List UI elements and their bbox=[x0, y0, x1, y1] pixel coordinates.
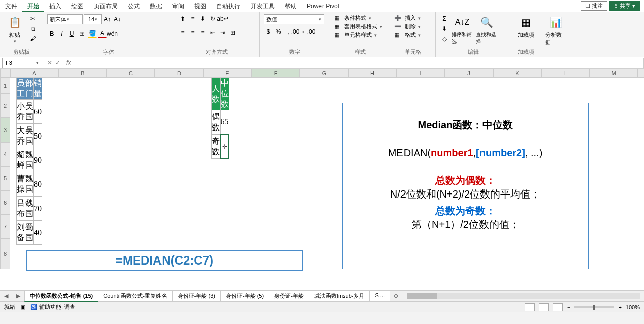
new-sheet-button[interactable]: ⊕ bbox=[390, 293, 403, 299]
zoom-level[interactable]: 100% bbox=[626, 304, 640, 310]
accessibility-icon[interactable]: ♿ bbox=[30, 304, 37, 310]
copy-button[interactable]: ⧉ bbox=[28, 24, 37, 33]
column-header-M[interactable]: M bbox=[590, 69, 638, 78]
delete-cells-button[interactable]: ➖删除▾ bbox=[394, 23, 421, 30]
insert-cells-button[interactable]: ➕插入▾ bbox=[394, 14, 421, 22]
autosum-button[interactable]: Σ bbox=[440, 14, 449, 23]
align-bottom-button[interactable]: ⬇ bbox=[198, 14, 207, 23]
worksheet[interactable]: ABCDEFGHIJKLMN 1 2 3 4 5 6 7 8 员工 部门 销量 … bbox=[0, 69, 644, 290]
align-top-button[interactable]: ⬆ bbox=[178, 14, 187, 23]
macro-record-icon[interactable]: ▣ bbox=[20, 304, 25, 310]
cell-odd-label[interactable]: 奇数 bbox=[212, 135, 221, 159]
column-header-G[interactable]: G bbox=[300, 69, 348, 78]
view-page-break-button[interactable] bbox=[553, 303, 563, 311]
share-button[interactable]: ⇪ 共享 ▾ bbox=[609, 1, 640, 11]
horizontal-scrollbar[interactable] bbox=[407, 293, 640, 299]
formula-bar[interactable] bbox=[74, 58, 644, 68]
sheet-tab[interactable]: Countif函数公式-重复姓名 bbox=[98, 291, 173, 301]
cell-f3-selected[interactable]: ✛ bbox=[220, 135, 229, 159]
addins-button[interactable]: ▦加载项 bbox=[515, 14, 536, 39]
column-header-E[interactable]: E bbox=[203, 69, 252, 78]
table-cell[interactable]: 大乔 bbox=[17, 124, 25, 148]
sheet-nav-prev[interactable]: ◀ bbox=[0, 293, 12, 299]
table-cell[interactable]: 魏国 bbox=[25, 148, 34, 172]
view-normal-button[interactable] bbox=[525, 303, 535, 311]
column-header-H[interactable]: H bbox=[348, 69, 396, 78]
select-all-corner[interactable] bbox=[0, 69, 10, 78]
zoom-slider[interactable] bbox=[574, 306, 614, 308]
sheet-tab[interactable]: 身份证-年龄 bbox=[269, 291, 309, 301]
sort-filter-button[interactable]: A↓Z 排序和筛选 bbox=[452, 14, 473, 45]
italic-button[interactable]: I bbox=[57, 29, 66, 38]
menu-draw[interactable]: 绘图 bbox=[66, 0, 89, 12]
underline-button[interactable]: U bbox=[67, 29, 76, 38]
accept-formula-button[interactable]: ✓ bbox=[55, 59, 60, 67]
column-header-D[interactable]: D bbox=[155, 69, 203, 78]
column-header-F[interactable]: F bbox=[252, 69, 300, 78]
menu-pagelayout[interactable]: 页面布局 bbox=[89, 0, 123, 12]
phonetic-button[interactable]: wén bbox=[108, 29, 117, 38]
font-name-select[interactable]: 新宋体▾ bbox=[47, 14, 83, 24]
menu-dev[interactable]: 开发工具 bbox=[246, 0, 280, 12]
header-sales[interactable]: 销量 bbox=[34, 78, 42, 100]
find-select-button[interactable]: 🔍 查找和选择 bbox=[476, 14, 497, 45]
cell-even-median[interactable]: 65 bbox=[220, 110, 229, 135]
table-cell[interactable]: 50 bbox=[34, 124, 42, 148]
indent-increase-button[interactable]: ⇥ bbox=[218, 28, 227, 37]
border-button[interactable]: ⊞ bbox=[77, 29, 87, 38]
row-header-2[interactable]: 2 bbox=[0, 94, 10, 118]
menu-insert[interactable]: 插入 bbox=[44, 0, 66, 12]
cancel-formula-button[interactable]: ✕ bbox=[47, 59, 52, 67]
column-header-K[interactable]: K bbox=[493, 69, 541, 78]
table-cell[interactable]: 蜀国 bbox=[25, 221, 34, 245]
zoom-slider-thumb[interactable] bbox=[593, 305, 595, 310]
table-cell[interactable]: 吕布 bbox=[17, 197, 25, 221]
menu-pivot[interactable]: Power Pivot bbox=[302, 0, 344, 12]
table-format-button[interactable]: ▦套用表格格式▾ bbox=[334, 23, 382, 30]
row-header-1[interactable]: 1 bbox=[0, 78, 10, 94]
name-box[interactable]: F3▾ bbox=[2, 58, 42, 68]
format-cells-button[interactable]: ▦格式▾ bbox=[394, 31, 421, 39]
currency-button[interactable]: $ bbox=[264, 27, 273, 36]
header-median[interactable]: 中位数 bbox=[220, 78, 229, 110]
column-header-J[interactable]: J bbox=[445, 69, 493, 78]
table-cell[interactable]: 70 bbox=[34, 197, 42, 221]
indent-decrease-button[interactable]: ⇤ bbox=[208, 28, 217, 37]
table-cell[interactable]: 刘备 bbox=[17, 221, 25, 245]
table-cell[interactable]: 貂蝉 bbox=[17, 148, 25, 172]
cell-even-label[interactable]: 偶数 bbox=[212, 110, 221, 135]
decrease-decimal-button[interactable]: ←.00 bbox=[304, 27, 313, 36]
menu-view[interactable]: 视图 bbox=[189, 0, 211, 12]
sheet-nav-next[interactable]: ▶ bbox=[12, 293, 24, 299]
sheet-tab[interactable]: S ... bbox=[369, 291, 390, 301]
fill-button[interactable]: ⬇ bbox=[440, 24, 449, 33]
header-department[interactable]: 部门 bbox=[25, 78, 34, 100]
row-header-7[interactable]: 7 bbox=[0, 215, 10, 239]
menu-review[interactable]: 审阅 bbox=[167, 0, 189, 12]
row-header-3[interactable]: 3 bbox=[0, 118, 10, 142]
sheet-tab[interactable]: 身份证-年龄 (3) bbox=[172, 291, 221, 301]
column-header-C[interactable]: C bbox=[107, 69, 155, 78]
table-cell[interactable]: 90 bbox=[34, 148, 42, 172]
table-cell[interactable]: 小乔 bbox=[17, 100, 25, 124]
clear-button[interactable]: ◇ bbox=[440, 34, 449, 43]
row-header-8[interactable]: 8 bbox=[0, 239, 10, 269]
number-format-select[interactable]: 数值▾ bbox=[264, 14, 324, 24]
zoom-out-button[interactable]: − bbox=[567, 304, 570, 310]
row-header-4[interactable]: 4 bbox=[0, 142, 10, 166]
bold-button[interactable]: B bbox=[47, 29, 56, 38]
table-cell[interactable]: 魏国 bbox=[25, 172, 34, 197]
sheet-tab[interactable]: 身份证-年龄 (5) bbox=[220, 291, 269, 301]
paste-button[interactable]: 📋 粘贴 ▾ bbox=[4, 14, 25, 44]
wrap-text-button[interactable]: ab↵ bbox=[218, 14, 227, 23]
align-right-button[interactable]: ≡ bbox=[198, 28, 207, 37]
column-header-N[interactable]: N bbox=[638, 69, 644, 78]
column-header-I[interactable]: I bbox=[396, 69, 445, 78]
sheet-tab[interactable]: 减法函数Imsub-多月 bbox=[309, 291, 370, 301]
percent-button[interactable]: % bbox=[274, 27, 283, 36]
row-header-6[interactable]: 6 bbox=[0, 190, 10, 215]
menu-file[interactable]: 文件 bbox=[0, 0, 22, 12]
column-header-A[interactable]: A bbox=[10, 69, 58, 78]
format-painter-button[interactable]: 🖌 bbox=[28, 34, 37, 43]
cell-styles-button[interactable]: ▦单元格样式▾ bbox=[334, 31, 377, 39]
